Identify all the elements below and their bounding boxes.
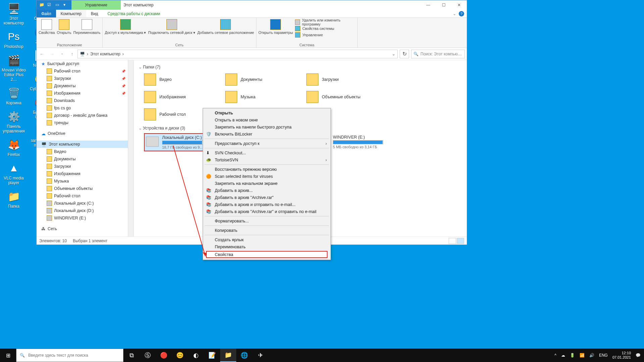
- nav-item[interactable]: Рабочий стол: [37, 67, 134, 75]
- tray-clock[interactable]: 12:10 07.01.2021: [612, 351, 631, 360]
- view-details-button[interactable]: [449, 238, 456, 244]
- group-header-folders[interactable]: Папки (7): [139, 65, 462, 69]
- nav-item[interactable]: Изображения: [37, 170, 134, 177]
- nav-item[interactable]: Локальный диск (C:): [37, 200, 134, 207]
- ctx-restore-version[interactable]: Восстановить прежнюю версию: [204, 166, 330, 173]
- taskbar-app-opera[interactable]: 🔴: [156, 349, 172, 362]
- refresh-button[interactable]: ↻: [400, 50, 409, 58]
- addr-sep[interactable]: ›: [122, 52, 124, 56]
- checkbox-icon[interactable]: ☑: [47, 2, 53, 8]
- nav-item[interactable]: Локальный диск (D:): [37, 207, 134, 214]
- tab-drive-tools[interactable]: Средства работы с дисками: [103, 10, 165, 17]
- ctx-rename[interactable]: Переименовать: [204, 243, 330, 250]
- ctx-properties[interactable]: Свойства: [206, 251, 328, 258]
- taskbar-app-eclipse[interactable]: ◐: [188, 349, 204, 362]
- nav-item[interactable]: 🖥️Этот компьютер: [37, 141, 134, 148]
- desktop-icon[interactable]: 📁Папка: [1, 189, 26, 209]
- desktop-icon[interactable]: ▲VLC media player: [1, 161, 26, 185]
- nav-item[interactable]: ☁OneDrive: [37, 130, 134, 137]
- search-box[interactable]: 🔍 Поиск: Этот компью…: [411, 50, 465, 58]
- folder-tile[interactable]: Объемные объекты: [306, 90, 384, 104]
- maximize-button[interactable]: ☐: [436, 0, 451, 10]
- tab-computer[interactable]: Компьютер: [56, 10, 86, 17]
- nav-item[interactable]: Документы: [37, 82, 134, 90]
- ribbon-context-tab[interactable]: Управление: [71, 0, 121, 10]
- nav-up[interactable]: ↑: [69, 51, 76, 57]
- ribbon-sysprops[interactable]: Свойства системы: [295, 25, 355, 32]
- tray-volume-icon[interactable]: 🔊: [589, 353, 594, 358]
- view-tiles-button[interactable]: [457, 238, 464, 244]
- nav-item[interactable]: Документы: [37, 155, 134, 163]
- qat-item[interactable]: ▭: [55, 2, 61, 8]
- ctx-share[interactable]: Предоставить доступ к›: [204, 140, 330, 147]
- ribbon-open[interactable]: Открыть: [57, 19, 71, 42]
- task-view-button[interactable]: ⧉: [123, 349, 140, 362]
- tray-wifi-icon[interactable]: 📶: [580, 353, 585, 358]
- addr-crumb[interactable]: Этот компьютер: [90, 52, 120, 56]
- tab-view[interactable]: Вид: [86, 10, 103, 17]
- ctx-open[interactable]: Открыть: [204, 109, 330, 116]
- nav-history-dropdown[interactable]: ⌄: [59, 51, 65, 57]
- ctx-bitlocker[interactable]: 🛡️Включить BitLocker: [204, 131, 330, 138]
- ribbon-properties[interactable]: Свойства: [39, 19, 55, 42]
- folder-tile[interactable]: Изображения: [144, 90, 221, 104]
- start-button[interactable]: ⊞: [0, 349, 16, 362]
- nav-item[interactable]: тренды: [37, 119, 134, 126]
- folder-tile[interactable]: Видео: [144, 72, 221, 87]
- ribbon-rename[interactable]: Переименовать: [73, 19, 101, 42]
- ribbon-map-drive[interactable]: Подключить сетевой диск ▾: [148, 19, 196, 42]
- ctx-add-archive[interactable]: 📚Добавить в архив...: [204, 187, 330, 194]
- ribbon-manage[interactable]: Управление: [295, 32, 355, 38]
- ctx-copy[interactable]: Копировать: [204, 227, 330, 234]
- addr-dropdown-icon[interactable]: ⌄: [392, 52, 395, 56]
- desktop-icon[interactable]: PsPhotoshop: [1, 30, 26, 49]
- navigation-pane[interactable]: ★Быстрый доступРабочий столЗагрузкиДокум…: [37, 60, 134, 237]
- minimize-button[interactable]: —: [420, 0, 436, 10]
- nav-item[interactable]: Downloads: [37, 97, 134, 104]
- desktop-icon[interactable]: 🎬Movavi Video Editor Plus 2…: [1, 53, 26, 82]
- nav-item[interactable]: договор - инвойс для банка: [37, 112, 134, 119]
- ctx-archive-rar-email[interactable]: 📚Добавить в архив "Archive.rar" и отправ…: [204, 208, 330, 215]
- ctx-archive-email[interactable]: 📚Добавить в архив и отправить по e-mail.…: [204, 201, 330, 208]
- desktop-icon[interactable]: 🦊Firefox: [1, 138, 26, 157]
- ribbon-uninstall[interactable]: Удалить или изменить программу: [295, 19, 355, 25]
- close-button[interactable]: ✕: [451, 0, 467, 10]
- help-icon[interactable]: ?: [459, 11, 464, 16]
- taskbar-app-notepad[interactable]: 📝: [204, 349, 220, 362]
- tray-onedrive-icon[interactable]: ☁: [561, 353, 565, 358]
- nav-item[interactable]: Загрузки: [37, 75, 134, 82]
- tray-language[interactable]: ENG: [599, 353, 608, 358]
- taskbar-app-chrome[interactable]: 🌐: [236, 349, 252, 362]
- nav-back[interactable]: ←: [39, 51, 45, 57]
- tray-overflow-icon[interactable]: ^: [554, 353, 556, 358]
- ctx-format[interactable]: Форматировать...: [204, 217, 330, 224]
- desktop-icon[interactable]: 🖥️Этот компьютер: [1, 1, 26, 25]
- ribbon-collapse-icon[interactable]: ⌄: [453, 11, 456, 16]
- folder-tile[interactable]: Документы: [225, 72, 302, 87]
- nav-item[interactable]: Видео: [37, 148, 134, 155]
- taskbar-app[interactable]: 😊: [172, 349, 188, 362]
- ctx-add-archive-rar[interactable]: 📚Добавить в архив "Archive.rar": [204, 194, 330, 201]
- qat-dropdown[interactable]: ▾: [63, 2, 69, 8]
- nav-item[interactable]: Объемные объекты: [37, 185, 134, 192]
- nav-item[interactable]: Рабочий стол: [37, 192, 134, 200]
- ctx-svn-checkout[interactable]: ⬇SVN Checkout...: [204, 149, 330, 156]
- tray-notifications-icon[interactable]: 💬: [636, 353, 641, 358]
- folder-tile[interactable]: Музыка: [225, 90, 302, 104]
- addr-sep[interactable]: ›: [87, 52, 88, 56]
- nav-item[interactable]: WINDRIVER (E:): [37, 214, 134, 222]
- ctx-create-shortcut[interactable]: Создать ярлык: [204, 236, 330, 243]
- nav-forward[interactable]: →: [49, 51, 55, 57]
- tray-battery-icon[interactable]: 🔋: [570, 353, 575, 358]
- taskbar-app-telegram[interactable]: ✈: [252, 349, 268, 362]
- desktop-icon[interactable]: ⚙️Панель управления: [1, 109, 26, 134]
- ribbon-media-access[interactable]: Доступ к мультимедиа ▾: [105, 19, 146, 42]
- nav-item[interactable]: ★Быстрый доступ: [37, 60, 134, 67]
- desktop-icon[interactable]: 🗑️Корзина: [1, 86, 26, 105]
- taskbar-app-skype[interactable]: Ⓢ: [140, 349, 156, 362]
- taskbar-app-explorer[interactable]: 📁: [220, 349, 236, 362]
- tab-file[interactable]: Файл: [37, 10, 56, 17]
- folder-tile[interactable]: Загрузки: [306, 72, 384, 87]
- nav-item[interactable]: Музыка: [37, 177, 134, 185]
- ribbon-add-netloc[interactable]: Добавить сетевое расположение: [197, 19, 254, 42]
